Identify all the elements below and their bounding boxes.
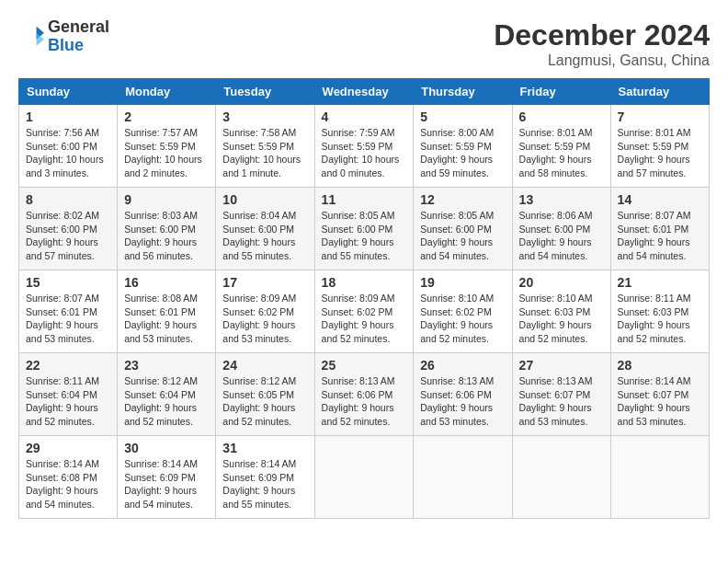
title-area: December 2024 Langmusi, Gansu, China xyxy=(494,18,710,69)
calendar-cell: 3 Sunrise: 7:58 AM Sunset: 5:59 PM Dayli… xyxy=(216,105,314,188)
calendar-week-2: 8 Sunrise: 8:02 AM Sunset: 6:00 PM Dayli… xyxy=(19,188,710,270)
day-info: Sunrise: 8:05 AM Sunset: 6:00 PM Dayligh… xyxy=(420,209,505,263)
day-info: Sunrise: 8:13 AM Sunset: 6:06 PM Dayligh… xyxy=(420,374,505,429)
day-number: 17 xyxy=(222,275,307,290)
calendar-cell: 30 Sunrise: 8:14 AM Sunset: 6:09 PM Dayl… xyxy=(118,436,216,519)
day-number: 22 xyxy=(26,358,110,373)
day-number: 1 xyxy=(26,109,110,124)
calendar-cell: 17 Sunrise: 8:09 AM Sunset: 6:02 PM Dayl… xyxy=(216,270,314,353)
calendar-week-4: 22 Sunrise: 8:11 AM Sunset: 6:04 PM Dayl… xyxy=(19,353,710,436)
day-info: Sunrise: 8:14 AM Sunset: 6:08 PM Dayligh… xyxy=(26,457,110,511)
calendar-cell: 2 Sunrise: 7:57 AM Sunset: 5:59 PM Dayli… xyxy=(118,105,216,188)
weekday-header-tuesday: Tuesday xyxy=(216,79,314,105)
day-info: Sunrise: 8:09 AM Sunset: 6:02 PM Dayligh… xyxy=(322,292,407,346)
calendar-cell: 6 Sunrise: 8:01 AM Sunset: 5:59 PM Dayli… xyxy=(512,105,610,188)
day-info: Sunrise: 8:05 AM Sunset: 6:00 PM Dayligh… xyxy=(322,209,407,263)
day-info: Sunrise: 7:59 AM Sunset: 5:59 PM Dayligh… xyxy=(322,126,407,180)
day-number: 4 xyxy=(322,109,407,124)
weekday-header-monday: Monday xyxy=(118,79,216,105)
weekday-header-friday: Friday xyxy=(512,79,610,105)
day-info: Sunrise: 8:00 AM Sunset: 5:59 PM Dayligh… xyxy=(420,126,505,180)
day-number: 20 xyxy=(519,275,604,290)
calendar-cell: 16 Sunrise: 8:08 AM Sunset: 6:01 PM Dayl… xyxy=(118,270,216,353)
day-info: Sunrise: 8:01 AM Sunset: 5:59 PM Dayligh… xyxy=(519,126,604,180)
day-number: 13 xyxy=(519,192,604,207)
calendar-cell: 28 Sunrise: 8:14 AM Sunset: 6:07 PM Dayl… xyxy=(610,353,709,436)
calendar-cell xyxy=(314,436,414,519)
calendar-cell: 22 Sunrise: 8:11 AM Sunset: 6:04 PM Dayl… xyxy=(19,353,118,436)
calendar-cell: 9 Sunrise: 8:03 AM Sunset: 6:00 PM Dayli… xyxy=(118,188,216,270)
weekday-header-thursday: Thursday xyxy=(414,79,512,105)
day-info: Sunrise: 7:56 AM Sunset: 6:00 PM Dayligh… xyxy=(26,126,110,180)
weekday-row: SundayMondayTuesdayWednesdayThursdayFrid… xyxy=(19,79,710,105)
calendar-cell: 18 Sunrise: 8:09 AM Sunset: 6:02 PM Dayl… xyxy=(314,270,414,353)
day-info: Sunrise: 8:04 AM Sunset: 6:00 PM Dayligh… xyxy=(222,209,307,263)
day-info: Sunrise: 8:06 AM Sunset: 6:00 PM Dayligh… xyxy=(519,209,604,263)
day-info: Sunrise: 8:10 AM Sunset: 6:02 PM Dayligh… xyxy=(420,292,505,346)
logo-text: General Blue xyxy=(48,18,109,55)
day-info: Sunrise: 8:08 AM Sunset: 6:01 PM Dayligh… xyxy=(124,292,209,346)
day-number: 11 xyxy=(322,192,407,207)
calendar-cell: 21 Sunrise: 8:11 AM Sunset: 6:03 PM Dayl… xyxy=(610,270,709,353)
calendar-week-1: 1 Sunrise: 7:56 AM Sunset: 6:00 PM Dayli… xyxy=(19,105,710,188)
calendar-cell: 26 Sunrise: 8:13 AM Sunset: 6:06 PM Dayl… xyxy=(414,353,512,436)
day-info: Sunrise: 8:14 AM Sunset: 6:09 PM Dayligh… xyxy=(124,457,209,511)
day-number: 25 xyxy=(322,358,407,373)
day-info: Sunrise: 8:11 AM Sunset: 6:04 PM Dayligh… xyxy=(26,374,110,429)
day-info: Sunrise: 8:13 AM Sunset: 6:07 PM Dayligh… xyxy=(519,374,604,429)
calendar-cell: 31 Sunrise: 8:14 AM Sunset: 6:09 PM Dayl… xyxy=(216,436,314,519)
calendar-cell: 29 Sunrise: 8:14 AM Sunset: 6:08 PM Dayl… xyxy=(19,436,118,519)
logo-general: General xyxy=(48,18,109,37)
calendar-header: SundayMondayTuesdayWednesdayThursdayFrid… xyxy=(19,79,710,105)
day-info: Sunrise: 8:07 AM Sunset: 6:01 PM Dayligh… xyxy=(618,209,702,263)
calendar-table: SundayMondayTuesdayWednesdayThursdayFrid… xyxy=(18,78,710,519)
day-number: 5 xyxy=(420,109,505,124)
calendar-cell xyxy=(414,436,512,519)
day-info: Sunrise: 8:02 AM Sunset: 6:00 PM Dayligh… xyxy=(26,209,110,263)
calendar-cell xyxy=(610,436,709,519)
calendar-cell: 7 Sunrise: 8:01 AM Sunset: 5:59 PM Dayli… xyxy=(610,105,709,188)
day-number: 2 xyxy=(124,109,209,124)
day-number: 23 xyxy=(124,358,209,373)
calendar-week-3: 15 Sunrise: 8:07 AM Sunset: 6:01 PM Dayl… xyxy=(19,270,710,353)
day-info: Sunrise: 8:01 AM Sunset: 5:59 PM Dayligh… xyxy=(618,126,702,180)
calendar-cell: 24 Sunrise: 8:12 AM Sunset: 6:05 PM Dayl… xyxy=(216,353,314,436)
day-number: 9 xyxy=(124,192,209,207)
calendar-cell: 25 Sunrise: 8:13 AM Sunset: 6:06 PM Dayl… xyxy=(314,353,414,436)
day-number: 6 xyxy=(519,109,604,124)
calendar-cell: 27 Sunrise: 8:13 AM Sunset: 6:07 PM Dayl… xyxy=(512,353,610,436)
day-number: 14 xyxy=(618,192,702,207)
calendar-cell: 11 Sunrise: 8:05 AM Sunset: 6:00 PM Dayl… xyxy=(314,188,414,270)
day-number: 15 xyxy=(26,275,110,290)
calendar-cell: 1 Sunrise: 7:56 AM Sunset: 6:00 PM Dayli… xyxy=(19,105,118,188)
calendar-cell xyxy=(512,436,610,519)
calendar-cell: 4 Sunrise: 7:59 AM Sunset: 5:59 PM Dayli… xyxy=(314,105,414,188)
day-info: Sunrise: 8:10 AM Sunset: 6:03 PM Dayligh… xyxy=(519,292,604,346)
day-number: 12 xyxy=(420,192,505,207)
day-number: 18 xyxy=(322,275,407,290)
day-number: 7 xyxy=(618,109,702,124)
day-number: 24 xyxy=(222,358,307,373)
day-number: 26 xyxy=(420,358,505,373)
calendar-cell: 8 Sunrise: 8:02 AM Sunset: 6:00 PM Dayli… xyxy=(19,188,118,270)
calendar-cell: 19 Sunrise: 8:10 AM Sunset: 6:02 PM Dayl… xyxy=(414,270,512,353)
day-info: Sunrise: 8:07 AM Sunset: 6:01 PM Dayligh… xyxy=(26,292,110,346)
day-number: 30 xyxy=(124,441,209,455)
day-info: Sunrise: 8:12 AM Sunset: 6:04 PM Dayligh… xyxy=(124,374,209,429)
day-info: Sunrise: 8:03 AM Sunset: 6:00 PM Dayligh… xyxy=(124,209,209,263)
day-number: 28 xyxy=(618,358,702,373)
day-number: 19 xyxy=(420,275,505,290)
day-number: 3 xyxy=(222,109,307,124)
day-info: Sunrise: 8:14 AM Sunset: 6:07 PM Dayligh… xyxy=(618,374,702,429)
day-number: 29 xyxy=(26,441,110,455)
calendar-cell: 15 Sunrise: 8:07 AM Sunset: 6:01 PM Dayl… xyxy=(19,270,118,353)
day-number: 31 xyxy=(222,441,307,455)
weekday-header-saturday: Saturday xyxy=(610,79,709,105)
day-number: 10 xyxy=(222,192,307,207)
day-info: Sunrise: 8:13 AM Sunset: 6:06 PM Dayligh… xyxy=(322,374,407,429)
weekday-header-sunday: Sunday xyxy=(19,79,118,105)
calendar-body: 1 Sunrise: 7:56 AM Sunset: 6:00 PM Dayli… xyxy=(19,105,710,519)
calendar-cell: 5 Sunrise: 8:00 AM Sunset: 5:59 PM Dayli… xyxy=(414,105,512,188)
month-title: December 2024 xyxy=(494,18,710,52)
day-info: Sunrise: 8:11 AM Sunset: 6:03 PM Dayligh… xyxy=(618,292,702,346)
